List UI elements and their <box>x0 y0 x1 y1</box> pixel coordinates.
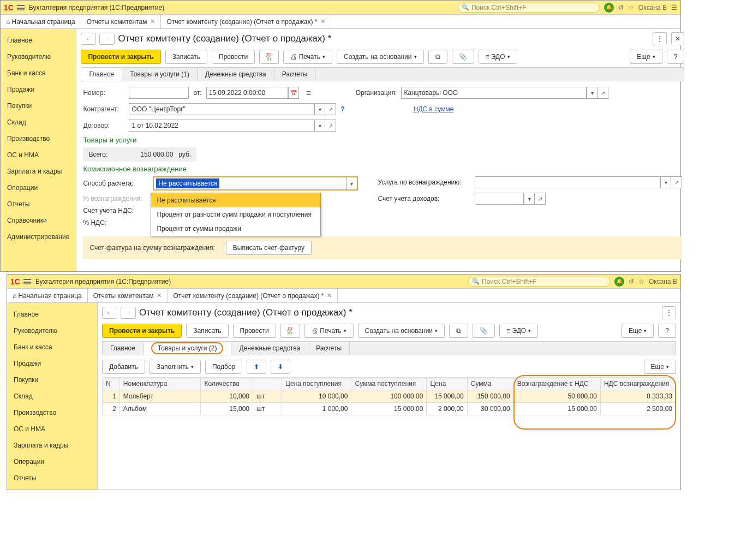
option[interactable]: Процент от суммы продажи <box>151 222 320 236</box>
help-button[interactable]: ? <box>658 324 676 338</box>
edo-button[interactable]: ≡ ЭДО▾ <box>499 324 538 338</box>
structure-button[interactable]: ⧉ <box>449 324 468 338</box>
dropdown-icon[interactable]: ▾ <box>524 193 535 205</box>
tab-document[interactable]: Отчет комитенту (создание) (Отчет о прод… <box>168 289 338 302</box>
add-button[interactable]: Добавить <box>102 360 145 374</box>
issue-invoice-button[interactable]: Выписать счет-фактуру <box>226 241 312 255</box>
sidebar-item[interactable]: Отчеты <box>7 470 97 486</box>
attach-button[interactable]: 📎 <box>473 324 495 338</box>
calendar-icon[interactable]: 📅 <box>288 87 299 99</box>
dtkt-button[interactable]: ДтКт <box>259 50 279 64</box>
post-button[interactable]: Провести <box>212 50 255 64</box>
tab-reports[interactable]: Отчеты комитентам✕ <box>81 15 162 28</box>
nds-link[interactable]: НДС в сумме <box>414 105 454 113</box>
sidebar-item[interactable]: Администрирование <box>1 229 76 245</box>
org-input[interactable]: Канцтовары ООО <box>401 87 587 99</box>
pick-button[interactable]: Подбор <box>205 360 242 374</box>
sidebar-item[interactable]: Отчеты <box>1 196 76 212</box>
subtab-main[interactable]: Главное <box>81 68 122 81</box>
tab-reports[interactable]: Отчеты комитентам✕ <box>88 289 168 302</box>
create-based-button[interactable]: Создать на основании▾ <box>337 50 424 64</box>
sidebar-item[interactable]: Склад <box>1 114 76 130</box>
sidebar-item[interactable]: ОС и НМА <box>7 421 97 437</box>
attach-button[interactable]: 📎 <box>452 50 474 64</box>
subtab-goods[interactable]: Товары и услуги (2) <box>144 342 232 355</box>
more-button[interactable]: Еще▾ <box>622 324 654 338</box>
tab-home[interactable]: ⌂ Начальная страница <box>1 15 81 28</box>
post-close-button[interactable]: Провести и закрыть <box>102 324 182 338</box>
user-name[interactable]: Оксана В <box>638 4 667 11</box>
post-button[interactable]: Провести <box>233 324 276 338</box>
sidebar-item[interactable]: Главное <box>1 32 76 49</box>
close-icon[interactable]: ✕ <box>327 292 332 299</box>
sidebar-item[interactable]: Банк и касса <box>7 339 97 355</box>
nav-forward[interactable]: → <box>121 307 136 319</box>
counterparty-input[interactable]: ООО "ЦентрТорг" <box>129 103 314 115</box>
save-button[interactable]: Записать <box>165 50 207 64</box>
sidebar-item[interactable]: Операции <box>1 180 76 196</box>
post-close-button[interactable]: Провести и закрыть <box>81 50 160 64</box>
sidebar-item[interactable]: Банк и касса <box>1 65 76 81</box>
sidebar-item[interactable]: ОС и НМА <box>1 147 76 163</box>
more-button[interactable]: Еще▾ <box>630 50 662 64</box>
menu-more-icon[interactable]: ☰ <box>671 4 677 11</box>
sidebar-item[interactable]: Склад <box>7 388 97 404</box>
dropdown-icon[interactable]: ▾ <box>314 120 325 132</box>
nav-back[interactable]: ← <box>81 33 96 45</box>
open-icon[interactable]: ↗ <box>535 193 546 205</box>
tab-home[interactable]: ⌂ Начальная страница <box>7 289 88 302</box>
sidebar-item[interactable]: Продажи <box>1 81 76 98</box>
star-icon[interactable]: ☆ <box>638 278 644 285</box>
sidebar-item[interactable]: Руководителю <box>7 323 97 339</box>
sidebar-item[interactable]: Покупки <box>1 98 76 114</box>
sidebar-item[interactable]: Продажи <box>7 355 97 372</box>
search-input[interactable]: 🔍 Поиск Ctrl+Shift+F <box>458 3 600 13</box>
star-icon[interactable]: ☆ <box>628 4 634 11</box>
open-icon[interactable]: ↗ <box>325 120 336 132</box>
nav-back[interactable]: ← <box>102 307 117 319</box>
subtab-calc[interactable]: Расчеты <box>308 342 350 355</box>
sidebar-item[interactable]: Главное <box>7 306 97 323</box>
move-up-button[interactable]: ⬆ <box>247 360 266 374</box>
subtab-money[interactable]: Денежные средства <box>198 68 274 81</box>
sidebar-item[interactable]: Операции <box>7 454 97 470</box>
close-button[interactable]: ✕ <box>671 32 684 45</box>
subtab-calc[interactable]: Расчеты <box>274 68 316 81</box>
notification-icon[interactable]: 🔔 <box>604 3 614 13</box>
notification-icon[interactable]: 🔔 <box>614 277 624 287</box>
option[interactable]: Не рассчитывается <box>151 193 320 207</box>
sidebar-item[interactable]: Зарплата и кадры <box>7 437 97 454</box>
dropdown-icon[interactable]: ▾ <box>660 176 671 188</box>
table-row[interactable]: 1 Мольберт 10,000 шт 10 000,00 100 000,0… <box>103 390 676 403</box>
subtab-goods[interactable]: Товары и услуги (1) <box>122 68 198 81</box>
contract-input[interactable]: 1 от 10.02.2022 <box>129 120 314 132</box>
sidebar-item[interactable]: Справочники <box>1 212 76 229</box>
close-icon[interactable]: ✕ <box>157 292 162 299</box>
income-acc-input[interactable] <box>475 193 524 205</box>
dtkt-button[interactable]: ДтКт <box>280 324 300 338</box>
subtab-main[interactable]: Главное <box>103 342 144 355</box>
sidebar-item[interactable]: Зарплата и кадры <box>1 163 76 180</box>
menu-icon[interactable] <box>17 5 25 10</box>
dropdown-icon[interactable]: ▾ <box>346 177 357 189</box>
subtab-money[interactable]: Денежные средства <box>231 342 308 355</box>
kebab-icon[interactable]: ⋮ <box>653 32 667 45</box>
sidebar-item[interactable]: Покупки <box>7 372 97 388</box>
dropdown-icon[interactable]: ▾ <box>587 87 597 99</box>
table-row[interactable]: 2 Альбом 15,000 шт 1 000,00 15 000,00 2 … <box>103 403 676 415</box>
option[interactable]: Процент от разности сумм продажи и посту… <box>151 207 320 222</box>
search-input[interactable]: 🔍 Поиск Ctrl+Shift+F <box>468 277 610 287</box>
menu-icon[interactable] <box>23 279 31 284</box>
user-name[interactable]: Оксана В <box>649 278 677 285</box>
open-icon[interactable]: ↗ <box>671 176 682 188</box>
goods-table[interactable]: N Номенклатура Количество Цена поступлен… <box>102 377 676 415</box>
close-icon[interactable]: ✕ <box>320 18 325 25</box>
fill-button[interactable]: Заполнить▾ <box>150 360 201 374</box>
kebab-icon[interactable]: ⋮ <box>662 306 676 319</box>
nav-forward[interactable]: → <box>99 33 115 45</box>
number-input[interactable] <box>129 87 189 99</box>
service-input[interactable] <box>475 176 660 188</box>
calc-method-select[interactable]: Не рассчитывается ▾ <box>153 176 358 190</box>
open-icon[interactable]: ↗ <box>597 87 608 99</box>
help-icon[interactable]: ? <box>340 105 344 113</box>
